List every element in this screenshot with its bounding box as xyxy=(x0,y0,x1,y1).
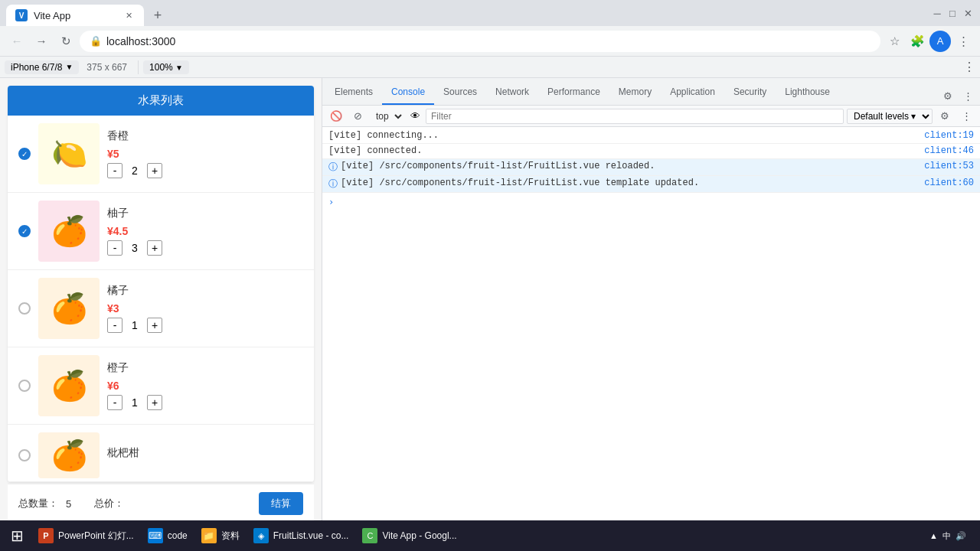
console-link[interactable]: client:46 xyxy=(924,145,974,156)
fruit-name-4: 橙子 xyxy=(107,361,303,375)
taskbar-label-chrome: Vite App - Googl... xyxy=(382,530,456,541)
fruit-name-5: 枇杷柑 xyxy=(107,446,303,460)
system-tray[interactable]: ▲ xyxy=(929,531,938,540)
fruit-info-1: 香橙 ¥5 - 2 + xyxy=(107,129,303,178)
increase-button-1[interactable]: + xyxy=(147,163,162,178)
console-settings-icon[interactable]: ⚙ xyxy=(936,107,954,126)
toolbar-right: ☆ 🧩 A ⋮ xyxy=(884,31,974,52)
prompt-cursor[interactable] xyxy=(337,196,974,208)
devtools-more-icon[interactable]: ⋮ xyxy=(959,86,977,105)
console-line: ⓘ [vite] /src/components/fruit-list/Frui… xyxy=(322,159,980,176)
minimize-button[interactable]: ─ xyxy=(931,7,943,19)
separator xyxy=(138,60,139,74)
taskbar-item-resources[interactable]: 📁 资料 xyxy=(195,523,246,549)
fruit-item: 🍊 柚子 ¥4.5 - 3 + xyxy=(8,193,314,270)
zoom-selector[interactable]: 100% ▼ xyxy=(143,60,189,74)
console-prompt: › xyxy=(322,193,980,211)
decrease-button-1[interactable]: - xyxy=(107,163,122,178)
console-filter-icon[interactable]: ⊘ xyxy=(348,107,367,126)
console-line: [vite] connected. client:46 xyxy=(322,144,980,159)
checkout-button[interactable]: 结算 xyxy=(259,492,303,515)
browser-tab[interactable]: V Vite App ✕ xyxy=(6,5,144,26)
devtools-tab-sources[interactable]: Sources xyxy=(434,80,486,105)
new-tab-button[interactable]: + xyxy=(147,5,168,26)
device-dropdown-icon: ▼ xyxy=(65,63,73,71)
eye-icon[interactable]: 👁 xyxy=(407,109,423,124)
devtools-tab-elements[interactable]: Elements xyxy=(325,80,382,105)
fruit-info-5: 枇杷柑 xyxy=(107,446,303,465)
browser-window: V Vite App ✕ + ─ □ ✕ ← → ↻ 🔒 localhost:3… xyxy=(0,0,980,551)
increase-button-2[interactable]: + xyxy=(147,240,162,256)
forward-button[interactable]: → xyxy=(31,31,52,52)
fruit-image-5: 🍊 xyxy=(38,432,100,478)
reload-button[interactable]: ↻ xyxy=(55,31,77,52)
devtools-responsive-bar: iPhone 6/7/8 ▼ 375 x 667 100% ▼ ⋮ xyxy=(0,57,980,78)
fruit-checkbox-3[interactable] xyxy=(18,302,31,315)
start-button[interactable]: ⊞ xyxy=(3,523,31,549)
fruit-checkbox-5[interactable] xyxy=(18,449,31,461)
quantity-value-1: 2 xyxy=(127,165,142,177)
tab-close-button[interactable]: ✕ xyxy=(122,9,135,21)
chrome-icon: C xyxy=(362,528,377,543)
devtools-tab-memory[interactable]: Memory xyxy=(609,80,661,105)
taskbar-item-powerpoint[interactable]: P PowerPoint 幻灯... xyxy=(32,523,140,549)
console-link[interactable]: client:53 xyxy=(924,161,974,171)
quantity-control-2: - 3 + xyxy=(107,240,303,256)
fruit-price-2: ¥4.5 xyxy=(107,225,303,237)
console-link[interactable]: client:60 xyxy=(924,178,974,188)
quantity-control-4: - 1 + xyxy=(107,395,303,410)
clear-console-icon[interactable]: 🚫 xyxy=(327,107,345,126)
devtools-toolbar-right: ⚙ ⋮ xyxy=(939,86,977,105)
decrease-button-4[interactable]: - xyxy=(107,395,122,410)
taskbar: ⊞ P PowerPoint 幻灯... ⌨ code 📁 资料 ◈ Fruit… xyxy=(0,520,980,551)
devtools-tab-lighthouse[interactable]: Lighthouse xyxy=(776,80,839,105)
address-bar[interactable]: 🔒 localhost:3000 xyxy=(80,31,880,52)
taskbar-label-powerpoint: PowerPoint 幻灯... xyxy=(58,530,134,543)
device-selector[interactable]: iPhone 6/7/8 ▼ xyxy=(5,60,79,74)
fruit-checkbox-2[interactable] xyxy=(18,225,31,237)
fruit-item: 🍊 枇杷柑 xyxy=(8,425,314,482)
taskbar-item-code[interactable]: ⌨ code xyxy=(142,523,194,549)
profile-button[interactable]: A xyxy=(929,31,951,52)
log-level-selector[interactable]: Default levels ▾ xyxy=(847,109,933,124)
taskbar-item-chrome[interactable]: C Vite App - Googl... xyxy=(356,523,462,549)
menu-button[interactable]: ⋮ xyxy=(952,31,974,52)
devtools-tab-security[interactable]: Security xyxy=(724,80,776,105)
fruit-checkbox-1[interactable] xyxy=(18,148,31,160)
taskbar-item-vscode[interactable]: ◈ FruitList.vue - co... xyxy=(247,523,355,549)
decrease-button-3[interactable]: - xyxy=(107,318,122,333)
fruit-item: 🍋 香橙 ¥5 - 2 + xyxy=(8,116,314,193)
powerpoint-icon: P xyxy=(38,528,54,543)
devtools-tab-application[interactable]: Application xyxy=(661,80,724,105)
back-button[interactable]: ← xyxy=(6,31,28,52)
fruit-price-4: ¥6 xyxy=(107,380,303,392)
console-text: [vite] /src/components/fruit-list/FruitL… xyxy=(341,161,924,171)
devtools-tab-network[interactable]: Network xyxy=(486,80,538,105)
ime-indicator[interactable]: 中 xyxy=(942,530,951,542)
increase-button-3[interactable]: + xyxy=(147,318,162,333)
decrease-button-2[interactable]: - xyxy=(107,240,122,256)
console-filter-input[interactable] xyxy=(426,109,844,124)
close-button[interactable]: ✕ xyxy=(962,7,974,19)
devtools-settings-icon[interactable]: ⚙ xyxy=(939,86,957,105)
bookmarks-icon[interactable]: ☆ xyxy=(884,31,905,52)
fruit-image-4: 🍊 xyxy=(38,355,100,416)
more-options-button[interactable]: ⋮ xyxy=(963,60,975,74)
fruit-list-header: 水果列表 xyxy=(8,86,314,116)
total-quantity-label: 总数量： xyxy=(18,497,58,510)
window-controls: ─ □ ✕ xyxy=(931,7,974,19)
devtools-tab-performance[interactable]: Performance xyxy=(538,80,609,105)
console-link[interactable]: client:19 xyxy=(924,130,974,141)
context-selector[interactable]: top xyxy=(370,109,404,124)
fruit-price-1: ¥5 xyxy=(107,148,303,160)
browser-toolbar: ← → ↻ 🔒 localhost:3000 ☆ 🧩 A ⋮ xyxy=(0,26,980,57)
extensions-icon[interactable]: 🧩 xyxy=(906,31,928,52)
volume-icon[interactable]: 🔊 xyxy=(956,531,966,541)
console-more-icon[interactable]: ⋮ xyxy=(957,107,975,126)
devtools-tab-console[interactable]: Console xyxy=(382,80,434,105)
quantity-control-1: - 2 + xyxy=(107,163,303,178)
fruit-checkbox-4[interactable] xyxy=(18,380,31,392)
fruit-item: 🍊 橘子 ¥3 - 1 + xyxy=(8,270,314,347)
increase-button-4[interactable]: + xyxy=(147,395,162,410)
maximize-button[interactable]: □ xyxy=(946,7,959,19)
